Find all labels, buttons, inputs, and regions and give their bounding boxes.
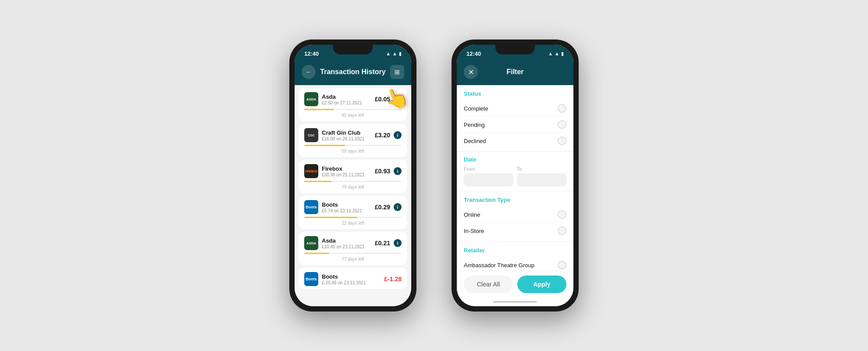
merchant-logo: Boots	[304, 272, 318, 286]
progress-bar	[304, 109, 334, 110]
status-title: Status	[464, 90, 566, 97]
complete-label: Complete	[464, 105, 488, 112]
instore-label: In-Store	[464, 228, 484, 234]
online-radio[interactable]	[558, 210, 566, 219]
notch-2	[495, 45, 535, 54]
progress-bar-container	[304, 181, 402, 182]
transaction-info: Boots£-25.66 on 23.11.2021	[322, 273, 381, 285]
transaction-info: Boots£5.74 on 23.11.2021	[322, 201, 371, 213]
declined-label: Declined	[464, 138, 486, 144]
screen-title: Transaction History	[320, 68, 385, 76]
close-button[interactable]: ✕	[464, 65, 478, 79]
transaction-type-title: Transaction Type	[464, 197, 566, 203]
transaction-item[interactable]: BootsBoots£5.74 on 23.11.2021£0.29i22 da…	[299, 196, 407, 229]
filter-icon-button[interactable]: ⊞	[390, 65, 404, 79]
phone-transaction-history: 12:40 ▲ ▲ ▮ ← Transaction History ⊞ ASDA…	[289, 39, 416, 312]
status-time-1: 12:40	[304, 50, 319, 57]
days-left: 50 days left	[304, 147, 402, 154]
merchant-logo: CGC	[304, 128, 318, 142]
to-group: To	[517, 166, 566, 186]
to-input[interactable]	[517, 173, 566, 186]
days-left: 81 days left	[304, 111, 402, 118]
transaction-item[interactable]: FIREBOXFirebox£30.98 on 25.11.2021£0.93i…	[299, 160, 407, 193]
info-icon[interactable]: i	[394, 203, 402, 211]
merchant-logo: ASDA	[304, 236, 318, 250]
clear-all-button[interactable]: Clear All	[464, 276, 513, 293]
transaction-item[interactable]: CGCCraft Gin Club£16.00 on 26.11.2021£3.…	[299, 124, 407, 157]
transaction-item[interactable]: ASDAAsda£10.45 on 23.11.2021£0.21i77 day…	[299, 232, 407, 265]
filter-option-online[interactable]: Online	[464, 207, 566, 223]
date-section: Date From To	[457, 152, 573, 191]
transaction-detail: £10.45 on 23.11.2021	[322, 244, 371, 249]
merchant-name: Asda	[322, 237, 371, 244]
declined-radio[interactable]	[558, 136, 566, 145]
filter-option-pending[interactable]: Pending	[464, 117, 566, 133]
signal-icon: ▲	[386, 51, 391, 56]
status-icons-2: ▲ ▲ ▮	[548, 51, 564, 57]
from-input[interactable]	[464, 173, 513, 186]
filter-option-instore[interactable]: In-Store	[464, 223, 566, 239]
progress-bar-container	[304, 109, 402, 110]
merchant-logo: ASDA	[304, 92, 318, 106]
transaction-amount: £3.20	[375, 132, 390, 139]
progress-bar-container	[304, 217, 402, 218]
progress-bar-container	[304, 253, 402, 254]
merchant-name: Asda	[322, 93, 371, 100]
merchant-name: Boots	[322, 273, 381, 280]
home-indicator-2	[457, 297, 573, 306]
filter-grid-icon: ⊞	[395, 68, 400, 75]
progress-bar	[304, 181, 331, 182]
transaction-item[interactable]: BootsBoots£-25.66 on 23.11.2021£-1.28	[299, 268, 407, 289]
nav-bar-filter: ✕ Filter	[457, 61, 573, 85]
phone-filter: 12:40 ▲ ▲ ▮ ✕ Filter Status	[452, 39, 579, 312]
battery-icon: ▮	[399, 51, 402, 57]
apply-button[interactable]: Apply	[517, 276, 566, 293]
wifi-icon-2: ▲	[555, 51, 559, 56]
transactions-list: ASDAAsda£2.50 on 27.11.2021£0.05i81 days…	[295, 85, 411, 306]
back-icon: ←	[306, 68, 312, 75]
filter-title: Filter	[506, 68, 523, 76]
instore-radio[interactable]	[558, 226, 566, 235]
merchant-logo: FIREBOX	[304, 164, 318, 178]
transaction-detail: £30.98 on 25.11.2021	[322, 172, 371, 177]
status-icons-1: ▲ ▲ ▮	[386, 51, 402, 57]
transaction-info: Firebox£30.98 on 25.11.2021	[322, 165, 371, 177]
info-icon[interactable]: i	[394, 239, 402, 247]
progress-bar	[304, 217, 358, 218]
transaction-detail: £5.74 on 23.11.2021	[322, 208, 371, 213]
progress-bar	[304, 145, 345, 146]
transaction-info: Asda£10.45 on 23.11.2021	[322, 237, 371, 249]
info-icon[interactable]: i	[394, 131, 402, 139]
to-label: To	[517, 166, 566, 172]
from-label: From	[464, 166, 513, 172]
close-icon: ✕	[468, 68, 474, 76]
status-time-2: 12:40	[466, 50, 481, 57]
complete-radio[interactable]	[558, 104, 566, 113]
online-label: Online	[464, 211, 480, 218]
transaction-amount: £0.93	[375, 168, 390, 175]
pending-label: Pending	[464, 122, 485, 128]
nav-bar-history: ← Transaction History ⊞	[295, 61, 411, 85]
filter-option-complete[interactable]: Complete	[464, 100, 566, 117]
merchant-name: Craft Gin Club	[322, 129, 371, 136]
filter-option-declined[interactable]: Declined	[464, 133, 566, 149]
transaction-type-section: Transaction Type Online In-Store	[457, 191, 573, 241]
transaction-amount: £-1.28	[384, 276, 402, 283]
home-bar-2	[493, 301, 537, 303]
wifi-icon: ▲	[392, 51, 397, 56]
days-left: 77 days left	[304, 255, 402, 262]
back-button[interactable]: ←	[302, 65, 316, 79]
atg-radio[interactable]	[558, 261, 566, 269]
notch	[333, 45, 373, 54]
pending-radio[interactable]	[558, 120, 566, 129]
filter-footer: Clear All Apply	[457, 271, 573, 297]
merchant-logo: Boots	[304, 200, 318, 214]
filter-option-atg[interactable]: Ambassador Theatre Group	[464, 257, 566, 271]
info-icon[interactable]: i	[394, 167, 402, 175]
from-group: From	[464, 166, 513, 186]
progress-bar	[304, 253, 329, 254]
atg-label: Ambassador Theatre Group	[464, 262, 534, 269]
transaction-amount: £0.29	[375, 204, 390, 211]
signal-icon-2: ▲	[548, 51, 553, 56]
progress-bar-container	[304, 145, 402, 146]
